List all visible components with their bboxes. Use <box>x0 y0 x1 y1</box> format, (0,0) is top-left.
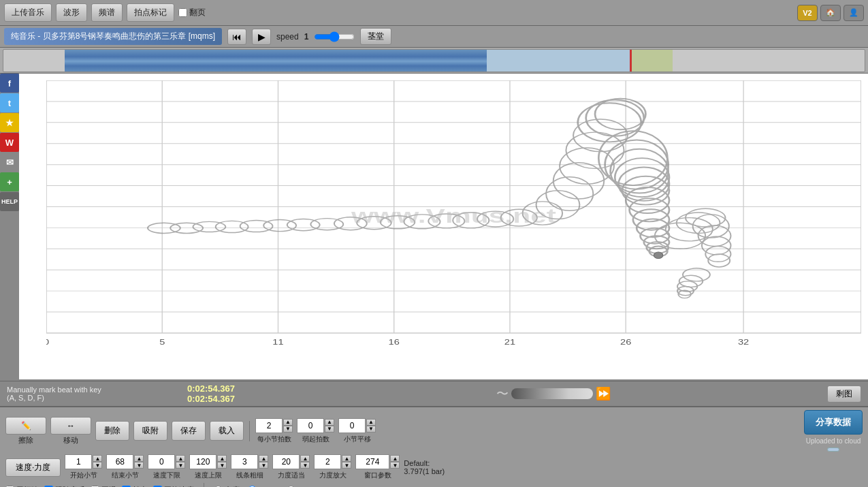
beat-per-bar-up[interactable]: ▲ <box>283 419 293 426</box>
power-max-group: ▲ ▼ 力度放大 <box>314 454 351 480</box>
load-button[interactable]: 载入 <box>210 421 244 441</box>
svg-text:32: 32 <box>738 338 749 346</box>
beat-per-bar-input[interactable] <box>255 418 283 433</box>
waveform-highlight <box>487 50 630 72</box>
power-max-down[interactable]: ▼ <box>342 462 351 469</box>
divider1 <box>249 421 250 441</box>
start-bar-down[interactable]: ▼ <box>93 462 102 469</box>
controls-row1: ✏️ 擦除 ↔️ 移动 删除 吸附 保存 载入 ▲ ▼ 每小节拍数 <box>5 410 863 452</box>
end-bar-down[interactable]: ▼ <box>134 462 144 469</box>
waveform-container[interactable] <box>3 49 865 72</box>
start-beat-input-row: ▲ ▼ <box>297 418 334 433</box>
beat-point-label[interactable]: 拍点 <box>122 485 148 488</box>
start-beat-input[interactable] <box>297 418 324 433</box>
speed-max-down[interactable]: ▼ <box>217 462 227 469</box>
bottom-controls: ✏️ 擦除 ↔️ 移动 删除 吸附 保存 载入 ▲ ▼ 每小节拍数 <box>0 407 868 487</box>
mail-button[interactable]: ✉ <box>0 153 19 172</box>
upload-button[interactable]: 上传音乐 <box>4 3 52 22</box>
window-up[interactable]: ▲ <box>390 455 400 462</box>
volume-bar[interactable] <box>511 388 593 399</box>
start-beat-down[interactable]: ▼ <box>325 426 334 433</box>
page-checkbox-label[interactable]: 翻页 <box>178 7 206 18</box>
no-silence-label[interactable]: 无间响 <box>5 485 39 488</box>
time-line1: 0:02:54.367 <box>143 383 279 394</box>
volume-end-icon: ⏩ <box>596 386 611 401</box>
spectrum-button[interactable]: 频谱 <box>91 3 123 22</box>
manual-mark-line1: Manually mark beat with key <box>7 386 143 394</box>
move-group: ↔️ 移动 <box>50 417 91 445</box>
add-button[interactable]: + <box>0 172 19 191</box>
svg-text:16: 16 <box>389 338 400 346</box>
beat-per-bar-down[interactable]: ▼ <box>283 426 293 433</box>
default-label: Default: <box>404 459 445 467</box>
v2-icon[interactable]: V2 <box>797 5 818 21</box>
line-weight-up[interactable]: ▲ <box>259 455 268 462</box>
star-button[interactable]: ★ <box>0 113 19 132</box>
speed-min-up[interactable]: ▲ <box>176 455 185 462</box>
end-bar-input[interactable] <box>106 454 133 469</box>
smooth-label[interactable]: 平滑 <box>91 485 116 488</box>
power-radio-label[interactable]: 力度 <box>214 485 240 488</box>
controls-row2: 速度·力度 ▲ ▼ 开始小节 ▲ ▼ 结束小节 <box>5 454 863 480</box>
power-avg-down[interactable]: ▼ <box>300 462 310 469</box>
confirm-button[interactable]: 茎堂 <box>360 28 391 45</box>
user-icon[interactable]: 👤 <box>843 5 864 21</box>
speed-mode-button[interactable]: 速度·力度 <box>5 458 61 477</box>
window-down[interactable]: ▼ <box>390 462 400 469</box>
line-weight-input[interactable] <box>231 454 258 469</box>
home-icon[interactable]: 🏠 <box>820 5 841 21</box>
page-label: 翻页 <box>189 7 206 18</box>
window-label: 窗口参数 <box>364 471 391 480</box>
power-max-up[interactable]: ▲ <box>342 455 351 462</box>
erase-icon: ✏️ <box>21 421 31 430</box>
speed-min-down[interactable]: ▼ <box>176 462 185 469</box>
beat-button[interactable]: 拍点标记 <box>127 3 174 22</box>
absorb-button[interactable]: 吸附 <box>133 421 167 441</box>
volume-area: 〜 ⏩ <box>279 386 827 402</box>
bar-shift-down[interactable]: ▼ <box>366 426 376 433</box>
facebook-button[interactable]: f <box>0 74 19 93</box>
erase-button[interactable]: ✏️ <box>5 417 46 435</box>
rewind-button[interactable]: 剩图 <box>827 386 861 403</box>
beat-per-bar-group: ▲ ▼ 每小节拍数 <box>255 418 293 444</box>
power-avg-input[interactable] <box>272 454 300 469</box>
start-beat-up[interactable]: ▲ <box>325 419 334 426</box>
erase-group: ✏️ 擦除 <box>5 417 46 445</box>
uploaded-label: Uploaded to cloud <box>806 437 861 445</box>
line-weight-down[interactable]: ▼ <box>259 462 268 469</box>
power-max-input[interactable] <box>314 454 341 469</box>
play-button[interactable]: ▶ <box>252 29 271 45</box>
share-button[interactable]: 分享数据 <box>804 410 863 435</box>
waveform-area <box>0 48 868 74</box>
start-bar-input[interactable] <box>65 454 92 469</box>
speed-max-label: 速度上限 <box>195 471 222 480</box>
start-bar-up[interactable]: ▲ <box>93 455 102 462</box>
speed-min-input[interactable] <box>148 454 175 469</box>
prev-button[interactable]: ⏮ <box>227 29 246 45</box>
power-avg-up[interactable]: ▲ <box>300 455 310 462</box>
svg-text:11: 11 <box>272 338 283 346</box>
time-display: 0:02:54.367 0:02:54.367 <box>143 383 279 404</box>
bar-shift-up[interactable]: ▲ <box>366 419 376 426</box>
waveform-active-region <box>65 50 487 72</box>
twitter-button[interactable]: t <box>0 93 19 112</box>
help-button[interactable]: HELP <box>0 192 19 211</box>
speed-max-up[interactable]: ▲ <box>217 455 227 462</box>
speed-max-input[interactable] <box>189 454 216 469</box>
share-section: 分享数据 Uploaded to cloud <box>804 410 863 452</box>
move-button[interactable]: ↔️ <box>50 417 91 435</box>
follow-beat-label[interactable]: 跟随音乐 <box>44 485 85 488</box>
weibo-button[interactable]: W <box>0 133 19 152</box>
waveform-button[interactable]: 波形 <box>56 3 87 22</box>
waveform-selection <box>632 50 673 72</box>
start-beat-arrows: ▲ ▼ <box>325 419 334 433</box>
avg-speed-label[interactable]: 平均速度 <box>153 485 194 488</box>
page-checkbox[interactable] <box>178 8 187 17</box>
bar-shift-input[interactable] <box>338 418 366 433</box>
delete-button[interactable]: 删除 <box>95 421 129 441</box>
save-button[interactable]: 保存 <box>172 421 206 441</box>
end-bar-up[interactable]: ▲ <box>134 455 144 462</box>
volume-icon: 〜 <box>496 386 509 402</box>
window-input[interactable] <box>355 454 389 469</box>
speed-slider[interactable] <box>314 31 355 42</box>
